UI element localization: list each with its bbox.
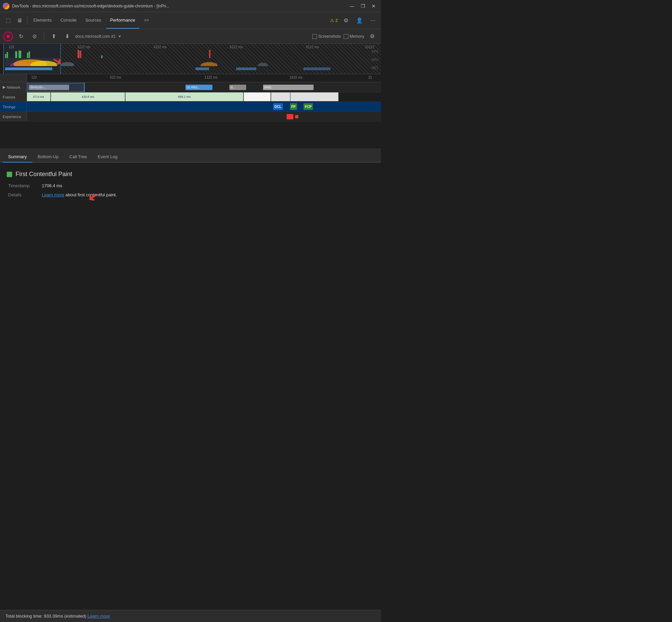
timing-fp: FP bbox=[290, 103, 297, 110]
timing-fcp: FCP bbox=[303, 103, 313, 110]
summary-panel: ➜ First Contentful Paint Timestamp 1706.… bbox=[0, 163, 381, 277]
network-selection bbox=[27, 83, 84, 92]
selection-highlight bbox=[3, 44, 61, 74]
memory-checkbox[interactable] bbox=[344, 34, 348, 39]
net-bar-4: tom) bbox=[263, 85, 314, 90]
tab-bottom-up[interactable]: Bottom-Up bbox=[32, 151, 64, 163]
memory-label: Memory bbox=[350, 34, 364, 39]
warning-badge: ⚠ 2 bbox=[330, 18, 338, 23]
download-button[interactable]: ⬇ bbox=[62, 31, 72, 42]
toolbar-right: ⚠ 2 ⚙ 👤 ⋯ bbox=[330, 15, 378, 26]
network-expand-icon[interactable]: ▶ bbox=[3, 85, 5, 89]
record-button[interactable] bbox=[3, 32, 13, 41]
fcp-title: First Contentful Paint bbox=[16, 171, 72, 178]
timing-dcl: DCL bbox=[273, 103, 283, 110]
net-label-4: tom) bbox=[264, 85, 271, 90]
frame-seg-5 bbox=[271, 92, 339, 101]
record-dot bbox=[6, 35, 10, 38]
dtick-2: 1122 ms bbox=[205, 76, 217, 79]
title-bar: DevTools - docs.microsoft.com/en-us/micr… bbox=[0, 0, 381, 12]
timings-row[interactable]: Timings DCL FP FCP bbox=[0, 102, 381, 112]
tab-console[interactable]: Console bbox=[56, 12, 81, 29]
exp-bar-2 bbox=[295, 115, 298, 118]
frames-label: Frames bbox=[0, 92, 27, 102]
timestamp-val: 1706.4 ms bbox=[42, 183, 62, 188]
frames-text: Frames bbox=[3, 95, 15, 99]
person-icon[interactable]: 👤 bbox=[354, 15, 365, 26]
frame-seg-3: 899.1 ms bbox=[125, 92, 243, 101]
dtick-1: 622 ms bbox=[110, 76, 121, 79]
exp-bar-1 bbox=[287, 114, 293, 119]
tab-call-tree[interactable]: Call Tree bbox=[64, 151, 92, 163]
dtick-0: 122 bbox=[31, 76, 37, 79]
window-controls: — ❐ ✕ bbox=[347, 1, 378, 11]
cursor-icon[interactable]: ⬚ bbox=[3, 15, 13, 26]
gear-icon[interactable]: ⚙ bbox=[341, 15, 351, 26]
frame-time-1: 57.0 ms bbox=[33, 95, 44, 98]
frame-seg-2: 420.6 ms bbox=[51, 92, 125, 101]
tab-performance[interactable]: Performance bbox=[106, 12, 139, 29]
edge-icon bbox=[3, 3, 9, 9]
url-area: docs.microsoft.com #1 ▼ bbox=[75, 34, 310, 39]
timestamp-row: Timestamp 1706.4 ms bbox=[7, 183, 374, 188]
clear-button[interactable]: ⊘ bbox=[29, 31, 40, 42]
details-key: Details bbox=[8, 192, 35, 197]
frame-seg-1: 57.0 ms bbox=[27, 92, 51, 101]
details-text: about first contentful paint. bbox=[64, 192, 117, 197]
network-content: devtools-... cc micr... d... tom) bbox=[27, 82, 381, 92]
time-ruler-detail: 122 622 ms 1122 ms 1622 ms 21 bbox=[0, 74, 381, 82]
timings-content: DCL FP FCP bbox=[27, 102, 381, 112]
reload-button[interactable]: ↻ bbox=[16, 31, 26, 42]
warning-icon: ⚠ bbox=[330, 18, 334, 23]
overview-strip[interactable]: 122 2122 ms 4122 ms 6122 ms 8122 ms 1012… bbox=[0, 44, 381, 74]
upload-button[interactable]: ⬆ bbox=[48, 31, 59, 42]
timings-label: Timings bbox=[0, 102, 27, 112]
experience-text: Experience bbox=[3, 115, 21, 119]
record-url: docs.microsoft.com #1 bbox=[75, 34, 116, 39]
tab-more[interactable]: >> bbox=[140, 12, 153, 29]
details-val: Learn more about first contentful paint. bbox=[42, 192, 117, 197]
tab-sources[interactable]: Sources bbox=[81, 12, 106, 29]
minimize-button[interactable]: — bbox=[347, 1, 357, 11]
net-bar-3: d... bbox=[229, 85, 246, 90]
more-icon[interactable]: ⋯ bbox=[368, 15, 378, 26]
timestamp-key: Timestamp bbox=[8, 183, 35, 188]
frame-time-3: 899.1 ms bbox=[178, 95, 191, 98]
timings-text: Timings bbox=[3, 105, 16, 109]
warning-count: 2 bbox=[335, 18, 338, 23]
screenshots-label: Screenshots bbox=[318, 34, 341, 39]
ruler-ticks-area: 122 622 ms 1122 ms 1622 ms 21 bbox=[27, 74, 381, 82]
device-icon[interactable]: 🖥 bbox=[14, 15, 25, 26]
network-text: Network bbox=[7, 85, 20, 89]
tab-event-log[interactable]: Event Log bbox=[92, 151, 123, 163]
hatch-overlay bbox=[61, 44, 381, 74]
experience-row[interactable]: Experience bbox=[0, 112, 381, 121]
network-row[interactable]: ▶ Network devtools-... cc micr... d... t… bbox=[0, 82, 381, 92]
network-label[interactable]: ▶ Network bbox=[0, 82, 27, 92]
record-settings-icon[interactable]: ⚙ bbox=[367, 31, 378, 42]
tab-elements[interactable]: Elements bbox=[29, 12, 56, 29]
details-row: Details Learn more about first contentfu… bbox=[7, 192, 374, 197]
dtick-4: 21 bbox=[368, 76, 372, 79]
frame-cursor bbox=[290, 92, 291, 102]
net-label: NET bbox=[372, 66, 378, 70]
screenshots-checkbox[interactable] bbox=[312, 34, 317, 39]
timeline-container: 122 2122 ms 4122 ms 6122 ms 8122 ms 1012… bbox=[0, 44, 381, 148]
cpu-label: CPU bbox=[371, 58, 378, 62]
learn-more-link[interactable]: Learn more bbox=[42, 192, 64, 197]
restore-button[interactable]: ❐ bbox=[358, 1, 368, 11]
url-dropdown-icon[interactable]: ▼ bbox=[118, 34, 122, 39]
memory-toggle[interactable]: Memory bbox=[344, 34, 364, 39]
fcp-header: First Contentful Paint bbox=[7, 171, 374, 178]
screenshots-toggle[interactable]: Screenshots bbox=[312, 34, 341, 39]
net-label-2: cc micr... bbox=[187, 85, 200, 90]
window-title: DevTools - docs.microsoft.com/en-us/micr… bbox=[12, 4, 345, 8]
bottom-tabs: Summary Bottom-Up Call Tree Event Log bbox=[0, 148, 381, 163]
time-marker-1 bbox=[84, 82, 85, 92]
record-toolbar: ↻ ⊘ ⬆ ⬇ docs.microsoft.com #1 ▼ Screensh… bbox=[0, 29, 381, 44]
experience-content bbox=[27, 112, 381, 121]
close-button[interactable]: ✕ bbox=[369, 1, 378, 11]
frames-row[interactable]: Frames 57.0 ms 420.6 ms 899.1 ms bbox=[0, 92, 381, 102]
net-bar-2: cc micr... bbox=[185, 85, 212, 90]
tab-summary[interactable]: Summary bbox=[3, 151, 32, 163]
